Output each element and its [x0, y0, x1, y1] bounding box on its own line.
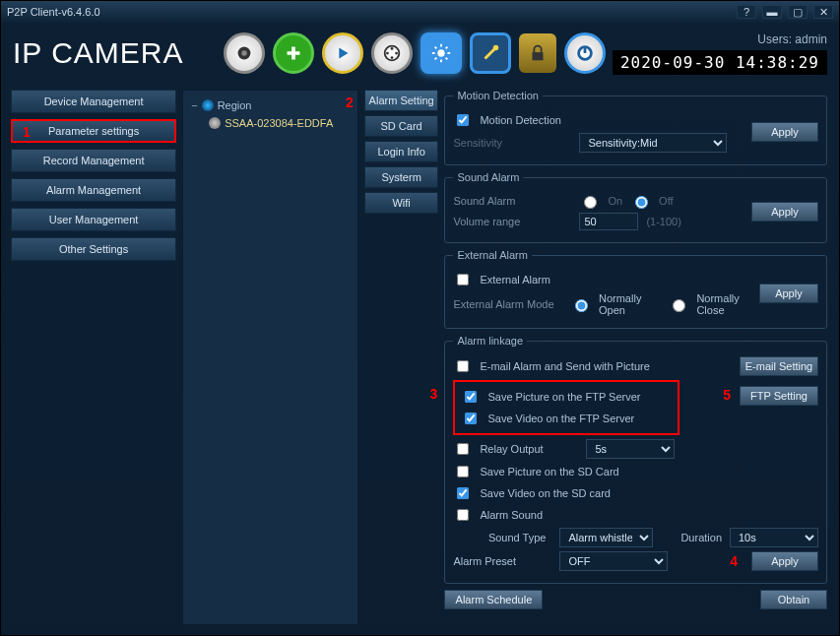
toolbar	[224, 32, 606, 74]
sound-apply-button[interactable]: Apply	[751, 202, 818, 222]
maximize-icon[interactable]: ▢	[788, 5, 808, 19]
sidebar-item-other-settings[interactable]: Other Settings	[11, 237, 176, 261]
linkage-legend: Alarm linkage	[453, 335, 527, 347]
app-logo: IP CAMERA	[13, 36, 184, 70]
device-icon	[209, 117, 221, 129]
annotation-2: 2	[346, 95, 354, 110]
ftp-picture-label: Save Picture on the FTP Server	[487, 391, 640, 403]
settings-icon[interactable]	[420, 32, 462, 74]
ftp-picture-checkbox[interactable]	[465, 391, 477, 403]
external-alarm-group: External Alarm External Alarm External A…	[444, 249, 827, 329]
svg-point-3	[390, 47, 393, 50]
tree-device[interactable]: SSAA-023084-EDDFA	[191, 114, 350, 132]
email-setting-button[interactable]: E-mail Setting	[740, 356, 818, 376]
motion-legend: Motion Detection	[453, 90, 543, 101]
clock: 2020-09-30 14:38:29	[613, 50, 827, 75]
duration-label: Duration	[680, 532, 722, 543]
normally-close-radio[interactable]	[673, 299, 685, 312]
svg-point-6	[390, 56, 393, 59]
tab-login-info[interactable]: Login Info	[364, 141, 439, 162]
tab-wifi[interactable]: Wifi	[364, 192, 439, 214]
annotation-4: 4	[730, 553, 738, 569]
sd-picture-label: Save Picture on the SD Card	[480, 466, 618, 477]
sidebar-item-record-management[interactable]: Record Management	[11, 149, 176, 172]
svg-point-7	[437, 49, 444, 56]
svg-point-4	[386, 52, 389, 55]
help-icon[interactable]: ?	[737, 5, 756, 19]
settings-tabs: Alarm Setting SD Card Login Info Systerm…	[364, 90, 439, 625]
lock-icon[interactable]	[519, 33, 556, 73]
camera-icon[interactable]	[224, 32, 265, 74]
motion-apply-button[interactable]: Apply	[751, 122, 818, 142]
sidebar-item-user-management[interactable]: User Management	[11, 208, 176, 231]
annotation-1: 1	[23, 124, 31, 140]
sound-alarm-group: Sound Alarm Sound Alarm On Off Volume ra…	[444, 171, 827, 243]
annotation-5: 5	[723, 387, 731, 403]
tab-sd-card[interactable]: SD Card	[364, 115, 439, 137]
external-legend: External Alarm	[453, 249, 532, 261]
alarm-sound-label: Alarm Sound	[480, 509, 543, 521]
alarm-preset-select[interactable]: OFF	[559, 551, 668, 571]
motion-detection-group: Motion Detection Motion Detection Sensit…	[444, 90, 827, 165]
email-alarm-label: E-mail Alarm and Send with Picture	[480, 360, 649, 372]
obtain-button[interactable]: Obtain	[760, 590, 827, 609]
sidebar-item-parameter-settings[interactable]: 1 Parameter settings	[11, 119, 176, 143]
volume-range-label: Volume range	[453, 216, 571, 227]
tab-alarm-setting[interactable]: Alarm Setting	[364, 90, 439, 111]
left-sidebar: Device Management 1 Parameter settings R…	[11, 90, 176, 625]
relay-output-checkbox[interactable]	[457, 443, 469, 455]
power-icon[interactable]	[564, 32, 606, 74]
sound-legend: Sound Alarm	[453, 171, 523, 183]
sound-on-radio[interactable]	[584, 196, 597, 209]
sd-video-label: Save Video on the SD card	[480, 487, 611, 499]
sidebar-item-device-management[interactable]: Device Management	[11, 90, 176, 113]
sensitivity-select[interactable]: Sensitivity:Mid	[579, 133, 727, 153]
minimize-icon[interactable]: ▬	[762, 5, 782, 19]
alarm-linkage-group: Alarm linkage 3 E-mail Alarm and Send wi…	[444, 335, 827, 584]
normally-open-radio[interactable]	[575, 299, 588, 312]
main-panel: Motion Detection Motion Detection Sensit…	[444, 90, 829, 625]
external-apply-button[interactable]: Apply	[759, 284, 818, 303]
motion-detection-label: Motion Detection	[480, 114, 561, 126]
play-icon[interactable]	[322, 32, 363, 74]
external-alarm-checkbox[interactable]	[457, 274, 469, 286]
device-tree: − Region SSAA-023084-EDDFA 2	[182, 90, 358, 625]
sd-video-checkbox[interactable]	[457, 487, 469, 499]
svg-point-8	[492, 45, 498, 51]
external-alarm-label: External Alarm	[480, 274, 550, 286]
wand-icon[interactable]	[470, 32, 511, 74]
tree-root[interactable]: − Region	[191, 96, 350, 114]
relay-output-label: Relay Output	[480, 443, 578, 455]
sound-off-radio[interactable]	[635, 196, 648, 209]
motion-detection-checkbox[interactable]	[457, 114, 469, 126]
volume-range-hint: (1-100)	[646, 216, 680, 227]
reel-icon[interactable]	[371, 32, 413, 74]
tab-systerm[interactable]: Systerm	[364, 166, 439, 188]
duration-select[interactable]: 10s	[730, 528, 818, 547]
ftp-video-checkbox[interactable]	[465, 413, 477, 424]
users-label: Users: admin	[613, 32, 827, 46]
svg-point-1	[241, 50, 247, 56]
add-icon[interactable]	[273, 32, 314, 74]
close-icon[interactable]: ✕	[813, 5, 833, 19]
linkage-apply-button[interactable]: Apply	[751, 551, 818, 571]
sensitivity-label: Sensitivity	[453, 137, 571, 149]
svg-rect-9	[532, 52, 543, 60]
sd-picture-checkbox[interactable]	[457, 466, 469, 477]
sound-alarm-label: Sound Alarm	[453, 195, 571, 207]
ftp-setting-button[interactable]: FTP Setting	[740, 386, 818, 406]
email-alarm-checkbox[interactable]	[457, 360, 469, 372]
volume-range-input[interactable]	[579, 213, 638, 230]
sound-type-select[interactable]: Alarm whistle	[559, 528, 653, 547]
annotation-3: 3	[429, 386, 437, 402]
alarm-schedule-button[interactable]: Alarm Schedule	[444, 590, 543, 609]
alarm-sound-checkbox[interactable]	[457, 509, 469, 521]
svg-point-5	[395, 52, 398, 55]
relay-output-select[interactable]: 5s	[586, 439, 675, 459]
ftp-video-label: Save Video on the FTP Server	[487, 413, 634, 424]
sidebar-item-alarm-management[interactable]: Alarm Management	[11, 178, 176, 202]
sound-type-label: Sound Type	[453, 532, 551, 543]
window-title: P2P Client-v6.4.6.0	[7, 6, 100, 18]
globe-icon	[202, 99, 214, 111]
alarm-preset-label: Alarm Preset	[453, 555, 551, 567]
